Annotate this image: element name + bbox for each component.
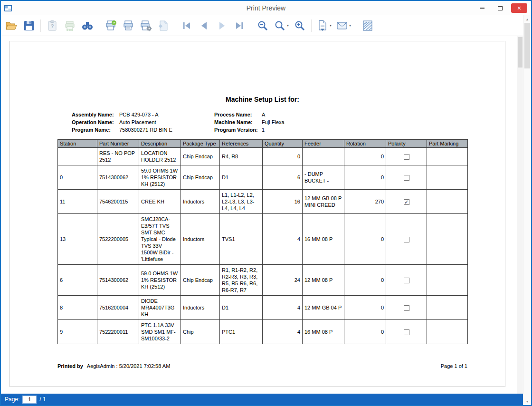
feeder-cell: - DUMP BUCKET - [303,165,344,190]
print-button[interactable] [121,18,136,34]
station-cell: 13 [58,214,97,265]
field-value: 7580300271 RD BIN E [119,126,172,134]
polarity-cell [386,214,427,265]
clipboard-help-button[interactable]: ? [45,18,60,34]
print-batch-button[interactable] [62,18,77,34]
report: Machine Setup List for: Assembly Name:PC… [57,41,467,369]
toolbar-separator [175,19,175,32]
rotation-cell: 0 [344,214,386,265]
next-page-icon [216,19,228,32]
print-quick-button[interactable]: ? [103,18,118,34]
minimize-button[interactable] [475,3,489,13]
description-cell: CREE KH [139,190,181,214]
first-page-icon [180,19,193,32]
scroll-down-icon[interactable]: ▼ [523,397,531,405]
zoom-out-button[interactable] [255,18,270,34]
description-cell: PTC 1.1A 33V SMD SM1 MF-SM100/33-2 [139,320,181,344]
field-label: Machine Name: [214,118,262,126]
scrollbar-track[interactable] [523,23,531,397]
clipboard-help-icon: ? [46,19,58,32]
description-cell: 59.0 OHMS 1W 1% RESISTOR KH (2512) [139,265,181,296]
part-number-cell: 7514300062 [97,265,139,296]
part-marking-cell [427,165,468,190]
dropdown-caret-icon: ▾ [330,23,332,28]
quantity-cell: 4 [263,214,303,265]
package-type-cell: Chip Endcap [181,148,220,165]
printed-by-label: Printed by [57,363,83,369]
part-number-cell: 7514300062 [97,165,139,190]
field-value: A [262,111,265,118]
field-label: Process Name: [214,111,262,118]
field-label: Operation Name: [72,118,119,126]
print-settings-button[interactable] [138,18,153,34]
references-cell: R1, R1-R2, R2, R2-R3, R3, R3, R5, R5-R6,… [220,265,263,296]
page-area: Machine Setup List for: Assembly Name:PC… [1,36,517,394]
references-cell: TVS1 [220,214,263,265]
last-page-icon [233,19,246,32]
window-title: Print Preview [1,4,531,12]
description-cell: LOCATION HOLDER 2512 [139,148,181,165]
zoom-out-icon [256,19,269,32]
next-page-button[interactable] [214,18,229,34]
page-setup-icon [157,19,170,32]
part-marking-cell [427,148,468,165]
column-header: References [220,140,263,148]
zoom-in-icon [294,19,306,32]
preview-area: Machine Setup List for: Assembly Name:PC… [1,36,523,394]
close-button[interactable]: × [511,3,527,13]
package-type-cell: Chip Endcap [181,165,220,190]
save-icon [23,19,35,32]
polarity-checkbox [404,154,409,160]
rotation-cell: 0 [344,165,386,190]
maximize-button[interactable] [493,3,507,13]
email-button[interactable]: ▾ [335,18,352,34]
field-label: Program Version: [214,126,262,134]
binoculars-icon [81,19,94,32]
setup-table-body: RES - NO POP 2512 LOCATION HOLDER 2512 C… [58,148,468,344]
previous-page-button[interactable] [197,18,212,34]
svg-text:?: ? [51,23,54,29]
part-marking-cell [427,265,468,296]
export-icon [316,19,329,32]
toolbar-separator [311,19,312,32]
description-cell: SMCJ28CA-E3/57T TVS SMT SMC Typical - Di… [139,214,181,265]
last-page-button[interactable] [232,18,247,34]
previous-page-icon [198,19,210,32]
toolbar-separator [251,19,251,32]
export-button[interactable]: ▾ [315,18,332,34]
save-button[interactable] [21,18,37,34]
part-number-cell: RES - NO POP 2512 [97,148,139,165]
preview-scrollbar[interactable] [517,36,523,394]
scroll-up-icon[interactable]: ▲ [523,15,531,23]
watermark-icon [361,19,374,32]
report-page: Machine Setup List for: Assembly Name:PC… [10,41,505,387]
column-header: Polarity [386,140,427,148]
column-header: Part Marking [427,140,468,148]
feeder-cell [303,148,344,165]
column-header: Description [139,140,181,148]
quantity-cell: 4 [263,320,303,344]
first-page-button[interactable] [179,18,194,34]
page-number-input[interactable] [22,396,37,404]
package-type-cell: Inductors [181,296,220,320]
zoom-button[interactable]: ▾ [273,18,290,34]
find-button[interactable] [80,18,95,34]
zoom-icon [274,19,286,32]
open-button[interactable] [4,18,19,34]
window-scrollbar[interactable]: ▲ ▼ [523,15,531,405]
watermark-button[interactable] [360,18,375,34]
references-cell: R4, R8 [220,148,263,165]
quantity-cell: 16 [263,190,303,214]
page-setup-button[interactable] [156,18,171,34]
fields-right: Process Name:A Machine Name:Fuji Flexa P… [214,111,285,134]
package-type-cell: Inductors [181,214,220,265]
scrollbar-thumb[interactable] [524,23,530,68]
table-row: 9 7522200011 PTC 1.1A 33V SMD SM1 MF-SM1… [58,320,468,344]
polarity-checkbox [404,237,409,242]
rotation-cell: 270 [344,190,386,214]
part-number-cell: 7516200004 [97,296,139,320]
preview-scrollbar-thumb[interactable] [518,37,522,68]
zoom-in-button[interactable] [292,18,307,34]
table-row: 8 7516200004 DIODE MRA4007T3G KH Inducto… [58,296,468,320]
column-header: Part Number [97,140,139,148]
